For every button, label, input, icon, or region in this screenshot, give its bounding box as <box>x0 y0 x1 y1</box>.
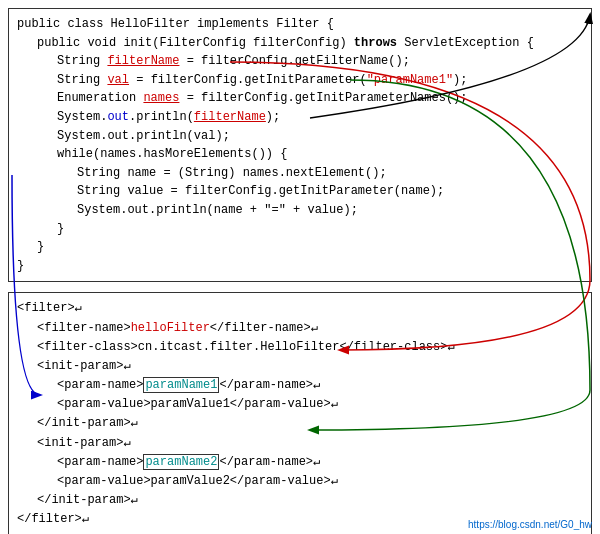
java-line-11: System.out.println(name + "=" + value); <box>17 201 583 220</box>
xml-line-11: </init-param>↵ <box>17 491 583 510</box>
xml-line-8: <init-param>↵ <box>17 434 583 453</box>
java-line-12: } <box>17 220 583 239</box>
java-line-5: Enumeration names = filterConfig.getInit… <box>17 89 583 108</box>
java-line-4: String val = filterConfig.getInitParamet… <box>17 71 583 90</box>
java-code-box: public class HelloFilter implements Filt… <box>8 8 592 282</box>
xml-line-6: <param-value>paramValue1</param-value>↵ <box>17 395 583 414</box>
java-line-3: String filterName = filterConfig.getFilt… <box>17 52 583 71</box>
java-line-6: System.out.println(filterName); <box>17 108 583 127</box>
xml-line-7: </init-param>↵ <box>17 414 583 433</box>
java-line-1: public class HelloFilter implements Filt… <box>17 15 583 34</box>
xml-code-box: <filter>↵ <filter-name>helloFilter</filt… <box>8 292 592 534</box>
xml-line-3: <filter-class>cn.itcast.filter.HelloFilt… <box>17 338 583 357</box>
java-line-2: public void init(FilterConfig filterConf… <box>17 34 583 53</box>
xml-line-5: <param-name>paramName1</param-name>↵ <box>17 376 583 395</box>
xml-line-4: <init-param>↵ <box>17 357 583 376</box>
xml-line-9: <param-name>paramName2</param-name>↵ <box>17 453 583 472</box>
java-line-7: System.out.println(val); <box>17 127 583 146</box>
java-line-10: String value = filterConfig.getInitParam… <box>17 182 583 201</box>
java-line-13: } <box>17 238 583 257</box>
main-container: public class HelloFilter implements Filt… <box>0 0 600 534</box>
java-line-9: String name = (String) names.nextElement… <box>17 164 583 183</box>
xml-line-10: <param-value>paramValue2</param-value>↵ <box>17 472 583 491</box>
xml-line-2: <filter-name>helloFilter</filter-name>↵ <box>17 319 583 338</box>
java-line-8: while(names.hasMoreElements()) { <box>17 145 583 164</box>
watermark: https://blog.csdn.net/G0_hw <box>468 519 592 530</box>
java-line-14: } <box>17 257 583 276</box>
xml-line-1: <filter>↵ <box>17 299 583 318</box>
